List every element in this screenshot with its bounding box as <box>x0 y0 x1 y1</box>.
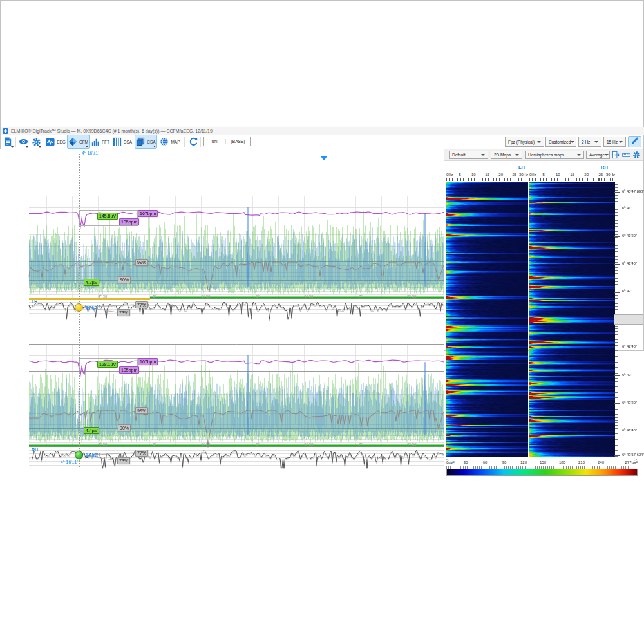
spectro-scroll-left-icon[interactable]: < <box>446 457 449 462</box>
time-tick-label: 6ʰ 30' <box>304 294 314 298</box>
tab-csa[interactable]: CSA <box>135 135 157 149</box>
high-freq-dropdown[interactable]: 15 Hz <box>603 137 626 147</box>
spectro-time-label: 6ʰ 41' <box>622 207 632 211</box>
map-average-dropdown[interactable]: Average <box>586 151 610 159</box>
cfm-diamond-icon <box>68 137 77 147</box>
time-ruler-tick <box>614 292 620 293</box>
time-tick-label: 7ʰ 30' <box>407 294 417 298</box>
montage-value: uni <box>204 139 226 144</box>
pen-icon <box>630 136 639 147</box>
time-tick-label: 6ʰ <box>256 442 260 446</box>
cfm-chart-canvas[interactable] <box>0 149 444 477</box>
perfusion-badge: 73% <box>117 309 130 316</box>
view-button[interactable] <box>17 135 29 149</box>
heart-rate-badge: 167bpm <box>138 210 158 217</box>
dropdown-caret-icon <box>26 146 28 148</box>
colorbar-tick-label: 120 <box>520 460 527 464</box>
refresh-button[interactable] <box>187 135 200 149</box>
time-ruler-tick <box>614 209 620 209</box>
spectro-time-label: 6ʰ 43' <box>622 374 632 377</box>
freq-tick-label: 25 <box>598 173 603 176</box>
export-icon <box>612 150 620 161</box>
time-ruler-tick <box>614 431 620 431</box>
time-tick-label: 4ʰ 30' <box>98 442 108 446</box>
tab-dsa[interactable]: DSA <box>111 135 133 149</box>
report-button[interactable] <box>2 135 14 149</box>
export-button[interactable] <box>612 150 621 159</box>
event-marker-icon[interactable] <box>321 156 327 160</box>
eye-icon <box>19 137 28 147</box>
freq-tick-label: 30Hz <box>606 173 615 176</box>
map-settings-button[interactable] <box>632 150 641 159</box>
freq-tick-label: 30Hz <box>519 173 528 176</box>
time-tick-label: 7ʰ <box>359 294 363 298</box>
map-preset-dropdown[interactable]: Default <box>449 151 488 159</box>
spectrogram-lh[interactable] <box>446 182 528 457</box>
settings-button[interactable] <box>30 135 42 149</box>
tab-map[interactable]: MAP <box>159 135 181 149</box>
time-tick-label: 5ʰ 30' <box>201 442 211 446</box>
spectro-time-label: 6ʰ 43'20" <box>622 401 637 405</box>
time-ruler-tick <box>614 348 620 348</box>
saturation-badge: 99% <box>135 407 148 414</box>
time-tick-label: 6ʰ <box>256 294 260 298</box>
spectro-time-label: 6ʰ 42' <box>622 290 632 294</box>
heart-rate-badge: 105bpm <box>119 366 139 374</box>
spectro-lh-label: LH <box>518 165 525 170</box>
dropdown-caret-icon <box>86 146 88 147</box>
edit-mode-button[interactable] <box>628 136 641 147</box>
time-ruler-tick <box>614 192 620 193</box>
freq-tick-label: 5 <box>542 173 544 176</box>
spectro-time-label: 6ʰ 43'40" <box>622 429 637 433</box>
dropdown-caret-icon <box>39 146 41 148</box>
montage-field[interactable]: uni [BASE] <box>203 137 251 146</box>
tab-fft[interactable]: FFT <box>91 135 110 149</box>
time-ruler-tick <box>614 236 620 237</box>
app-logo-icon <box>3 128 8 134</box>
fft-bars-icon <box>91 138 100 147</box>
csa-layers-icon <box>136 137 145 147</box>
perfusion-badge: 77% <box>135 450 148 457</box>
power-colorbar <box>446 469 638 476</box>
freq-tick-label: 15 <box>570 173 574 176</box>
amplitude-badge: 145.8µV <box>97 213 118 220</box>
freq-tick-label: 10 <box>471 173 476 176</box>
map-type-dropdown[interactable]: 2D Maps <box>491 151 522 159</box>
electrode-dropdown[interactable]: Fpz (Physical) <box>505 137 544 147</box>
tab-eeg[interactable]: EEG <box>46 135 66 149</box>
scale-dropdown[interactable]: Customized <box>545 137 576 147</box>
title-bar: ELMIKO® DigiTrack™ Studio — M. 0X99D66C4… <box>1 127 644 135</box>
measure-button[interactable] <box>622 150 631 159</box>
saturation-badge: 90% <box>118 276 131 283</box>
spectro-time-label: 6ʰ 41'20" <box>622 234 637 238</box>
impedance-marker-label: 14 kΩ <box>86 453 98 457</box>
low-freq-dropdown[interactable]: 2 Hz <box>578 137 601 147</box>
refresh-icon <box>189 137 198 147</box>
time-ruler-tick <box>614 403 620 404</box>
freq-tick-label: 20 <box>498 173 503 176</box>
chevron-down-icon <box>594 141 598 143</box>
spectro-time-label: 6ʰ 42'40" <box>622 345 637 349</box>
colorbar-tick-label: 30 <box>464 460 468 464</box>
time-ruler-tick <box>614 455 620 456</box>
globe-icon <box>160 137 169 147</box>
freq-tick-label: 0Hz <box>446 173 453 176</box>
impedance-marker-yellow[interactable] <box>75 303 83 312</box>
chevron-down-icon <box>619 141 623 143</box>
chevron-down-icon <box>571 141 574 143</box>
gear-icon <box>632 150 641 161</box>
chart-side-label-rh: RH <box>32 448 38 452</box>
colorbar-tick-label: 210 <box>578 460 585 464</box>
spectrogram-rh[interactable] <box>529 182 615 457</box>
tab-cfm[interactable]: CFM <box>67 135 90 149</box>
screen: ELMIKO® DigiTrack™ Studio — M. 0X99D66C4… <box>0 0 644 644</box>
freq-axis-ticks <box>446 178 528 181</box>
map-layout-dropdown[interactable]: Hemispheres maps <box>525 151 584 159</box>
eeg-wave-icon <box>46 138 55 147</box>
spectro-scroll-right-icon[interactable]: > <box>634 457 637 462</box>
time-ruler-tick <box>614 264 620 265</box>
ruler-icon <box>622 150 630 161</box>
freq-tick-label: 20 <box>584 173 589 176</box>
impedance-marker-green[interactable] <box>75 451 83 459</box>
perfusion-badge: 73% <box>117 457 130 464</box>
